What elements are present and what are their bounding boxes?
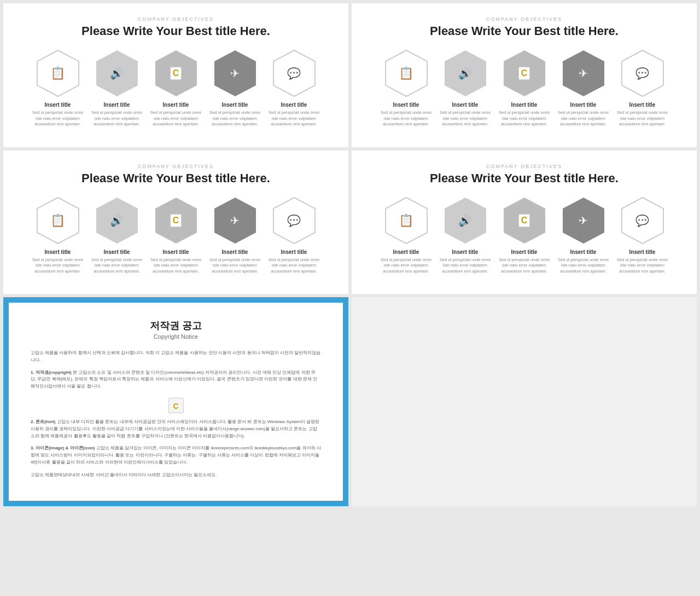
hex-title-2-4: Insert title: [570, 102, 597, 108]
hex-wrapper-1-5: 💬: [272, 49, 316, 97]
hex-desc-1-2: Sed ut perspiciat unde omni iste natu er…: [90, 110, 144, 128]
hex-desc-4-3: Sed ut perspiciat unde omni iste natu er…: [497, 257, 552, 275]
hex-item-3-1: 📋 Insert title Sed ut perspiciat unde om…: [31, 196, 85, 275]
copyright-slide: 저작권 공고 Copyright Notice 고맙소 제품을 사용하여 함께시…: [3, 297, 348, 506]
speaker-icon: 🔊: [458, 214, 472, 227]
section2-label: 2. 폰트(font): [31, 419, 55, 424]
hex-desc-1-4: Sed ut perspiciat unde omni iste natu er…: [208, 110, 262, 128]
hex-desc-3-3: Sed ut perspiciat unde omni iste natu er…: [149, 257, 203, 275]
hex-desc-3-2: Sed ut perspiciat unde omni iste natu er…: [90, 257, 144, 275]
hex-wrapper-2-5: 💬: [621, 49, 664, 97]
send-icon: ✈: [230, 214, 240, 227]
chat-icon: 💬: [287, 67, 301, 80]
main-grid: Company Objectives Please Write Your Bes…: [0, 0, 700, 510]
hex-title-2-5: Insert title: [629, 102, 656, 108]
slide-1-label: Company Objectives: [20, 16, 332, 22]
copyright-logo-icon: C: [168, 398, 184, 413]
hex-desc-4-5: Sed ut perspiciat unde omni iste natu er…: [615, 257, 670, 275]
hex-wrapper-2-2: 🔊: [444, 49, 487, 97]
speaker-icon: 🔊: [458, 67, 472, 80]
hex-item-3-4: ✈ Insert title Sed ut perspiciat unde om…: [208, 196, 262, 275]
hex-item-3-5: 💬 Insert title Sed ut perspiciat unde om…: [267, 196, 322, 275]
slide-3: Company Objectives Please Write Your Bes…: [3, 151, 348, 294]
hex-title-3-5: Insert title: [281, 249, 307, 255]
hex-desc-2-5: Sed ut perspiciat unde omni iste natu er…: [615, 110, 670, 128]
hex-wrapper-3-2: 🔊: [95, 196, 139, 245]
speaker-icon: 🔊: [110, 67, 124, 80]
hex-item-2-1: 📋 Insert title Sed ut perspiciat unde om…: [379, 49, 434, 128]
hex-desc-2-3: Sed ut perspiciat unde omni iste natu er…: [497, 110, 552, 128]
hex-item-4-1: 📋 Insert title Sed ut perspiciat unde om…: [379, 196, 434, 275]
copyright-inner: 저작권 공고 Copyright Notice 고맙소 제품을 사용하여 함께시…: [9, 303, 343, 501]
chat-icon: 💬: [635, 214, 649, 227]
hex-wrapper-2-3: C: [503, 49, 546, 97]
chat-icon: 💬: [635, 67, 649, 80]
hex-desc-3-4: Sed ut perspiciat unde omni iste natu er…: [208, 257, 262, 275]
hex-item-3-3: C Insert title Sed ut perspiciat unde om…: [149, 196, 203, 275]
slide-2-title: Please Write Your Best title Here.: [368, 24, 680, 38]
hex-desc-3-1: Sed ut perspiciat unde omni iste natu er…: [31, 257, 85, 275]
hex-title-4-4: Insert title: [570, 249, 597, 255]
send-icon: ✈: [579, 67, 588, 80]
hex-title-1-4: Insert title: [222, 102, 248, 108]
slide-4-title: Please Write Your Best title Here.: [368, 171, 680, 186]
copyright-section3: 3. 아이콘(image) & 아이콘(icon) 고맙소 제품을 담겨있는 아…: [31, 445, 321, 466]
hex-wrapper-3-4: ✈: [213, 196, 257, 245]
hex-wrapper-3-3: C: [154, 196, 198, 245]
clipboard-icon: 📋: [50, 213, 65, 228]
hex-title-3-4: Insert title: [222, 249, 248, 255]
copyright-body: 고맙소 제품을 사용하여 함께시 선택과 신뢰에 감사합니다. 저희 이 고맙소…: [31, 350, 321, 479]
hex-wrapper-1-2: 🔊: [95, 49, 139, 97]
hex-wrapper-4-1: 📋: [384, 196, 428, 245]
hex-title-3-1: Insert title: [45, 249, 71, 255]
hex-title-4-2: Insert title: [452, 249, 479, 255]
copyright-logo-wrapper: C: [31, 396, 321, 415]
slide-4-hex-row: 📋 Insert title Sed ut perspiciat unde om…: [368, 196, 680, 275]
slide-3-title: Please Write Your Best title Here.: [20, 171, 332, 186]
clipboard-icon: 📋: [399, 66, 413, 80]
hex-wrapper-1-3: C: [154, 49, 198, 97]
hex-desc-4-1: Sed ut perspiciat unde omni iste natu er…: [379, 257, 434, 275]
hex-wrapper-4-4: ✈: [562, 196, 605, 245]
logo-icon: C: [170, 214, 182, 227]
send-icon: ✈: [230, 67, 240, 80]
logo-icon: C: [518, 67, 530, 80]
slide-1-title: Please Write Your Best title Here.: [20, 24, 332, 38]
copyright-footer: 고맙소 제품판매상대내의 사세한 서비간 올네이서 이따이다 사세한 고맙소이사…: [31, 472, 321, 479]
hex-item-1-3: C Insert title Sed ut perspiciat unde om…: [149, 49, 203, 128]
hex-wrapper-1-4: ✈: [213, 49, 257, 97]
slide-4-label: Company Objectives: [368, 164, 680, 169]
hex-desc-4-2: Sed ut perspiciat unde omni iste natu er…: [438, 257, 493, 275]
hex-desc-2-1: Sed ut perspiciat unde omni iste natu er…: [379, 110, 434, 128]
empty-slide: [352, 297, 697, 506]
hex-item-2-4: ✈ Insert title Sed ut perspiciat unde om…: [556, 49, 611, 128]
slide-4: Company Objectives Please Write Your Bes…: [352, 151, 697, 294]
logo-icon: C: [170, 67, 182, 80]
hex-desc-3-5: Sed ut perspiciat unde omni iste natu er…: [267, 257, 322, 275]
slide-2: Company Objectives Please Write Your Bes…: [352, 3, 697, 147]
clipboard-icon: 📋: [399, 213, 413, 228]
hex-title-2-2: Insert title: [452, 102, 479, 108]
copyright-section1: 1. 저작권(copyright) 본 고맙소의 소프 및 서비스의 콘텐츠 및…: [31, 369, 321, 390]
hex-wrapper-4-3: C: [503, 196, 546, 245]
hex-wrapper-2-1: 📋: [384, 49, 428, 97]
hex-wrapper-4-5: 💬: [621, 196, 664, 245]
logo-icon: C: [518, 214, 530, 227]
slide-1: Company Objectives Please Write Your Bes…: [3, 3, 348, 147]
hex-title-2-1: Insert title: [393, 102, 419, 108]
speaker-icon: 🔊: [110, 214, 124, 227]
hex-title-1-1: Insert title: [45, 102, 71, 108]
slide-3-hex-row: 📋 Insert title Sed ut perspiciat unde om…: [20, 196, 332, 275]
hex-desc-2-4: Sed ut perspiciat unde omni iste natu er…: [556, 110, 611, 128]
copyright-title-english: Copyright Notice: [31, 333, 321, 340]
hex-title-3-2: Insert title: [104, 249, 130, 255]
slide-3-label: Company Objectives: [20, 164, 332, 169]
hex-title-4-1: Insert title: [393, 249, 419, 255]
hex-title-1-2: Insert title: [104, 102, 130, 108]
hex-desc-1-5: Sed ut perspiciat unde omni iste natu er…: [267, 110, 322, 128]
hex-title-2-3: Insert title: [511, 102, 538, 108]
hex-item-1-5: 💬 Insert title Sed ut perspiciat unde om…: [267, 49, 322, 128]
hex-item-1-2: 🔊 Insert title Sed ut perspiciat unde om…: [90, 49, 144, 128]
copyright-title-korean: 저작권 공고: [31, 319, 321, 332]
hex-item-1-4: ✈ Insert title Sed ut perspiciat unde om…: [208, 49, 262, 128]
